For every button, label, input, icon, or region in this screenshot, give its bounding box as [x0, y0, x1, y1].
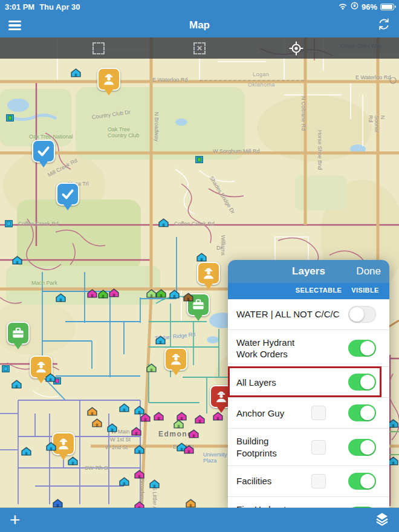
utility-box-marker[interactable] [6, 113, 14, 120]
house-marker[interactable] [155, 336, 166, 345]
layer-row[interactable]: Fire Hydrant Service [228, 497, 389, 508]
layer-label: Anchor Guy [236, 407, 305, 419]
house-marker[interactable] [184, 445, 194, 454]
layer-label: Facilities [236, 475, 305, 487]
briefcase-pin-marker[interactable] [7, 322, 30, 345]
check-pin-marker[interactable] [32, 140, 55, 163]
app-screen: 3:01 PM Thu Apr 30 96% Map [0, 0, 399, 532]
house-marker[interactable] [109, 288, 119, 297]
clock-time: 3:01 PM [5, 2, 34, 11]
house-marker[interactable] [134, 445, 144, 454]
selectable-column-header: SELECTABLE [296, 287, 342, 294]
house-marker[interactable] [149, 479, 160, 488]
house-marker[interactable] [87, 289, 97, 298]
layer-row[interactable]: Building Footprints [228, 429, 389, 465]
visible-toggle[interactable] [348, 340, 376, 357]
house-marker[interactable] [21, 447, 31, 456]
layer-label: Building Footprints [236, 435, 305, 458]
house-marker[interactable] [146, 289, 157, 298]
selectable-checkbox[interactable] [311, 440, 326, 455]
layers-panel-header: Layers Done [228, 260, 389, 283]
layer-row[interactable]: WATER | ALL NOT C/C/C [228, 299, 389, 330]
layer-row[interactable]: Facilities [228, 466, 389, 497]
worker-icon [56, 436, 71, 452]
clock-date: Thu Apr 30 [39, 2, 80, 11]
house-marker[interactable] [87, 407, 97, 416]
house-marker[interactable] [107, 423, 117, 432]
house-marker[interactable] [131, 427, 141, 436]
house-marker[interactable] [92, 418, 102, 427]
layers-panel-column-headers: SELECTABLE VISIBLE [228, 283, 389, 299]
rotation-lock-icon [351, 2, 358, 11]
layer-label: Water Hydrant Work Orders [236, 337, 348, 360]
house-marker[interactable] [174, 420, 184, 429]
utility-box-marker[interactable] [5, 219, 13, 226]
worker-pin-marker[interactable] [97, 68, 120, 91]
visible-toggle[interactable] [348, 473, 376, 490]
selectable-checkbox[interactable] [311, 406, 326, 420]
house-marker[interactable] [146, 363, 157, 372]
selectable-checkbox[interactable] [311, 474, 326, 488]
battery-percent: 96% [362, 2, 377, 11]
utility-box-marker[interactable] [195, 155, 203, 162]
house-marker[interactable] [154, 412, 164, 421]
wifi-icon [338, 2, 348, 11]
house-marker[interactable] [53, 499, 63, 508]
worker-icon [168, 351, 184, 367]
house-marker[interactable] [213, 412, 223, 421]
visible-column-header: VISIBLE [351, 287, 379, 294]
worker-pin-marker[interactable] [164, 348, 187, 371]
worker-icon [201, 265, 216, 281]
layers-panel: Layers Done SELECTABLE VISIBLE WATER | A… [228, 260, 389, 508]
house-marker[interactable] [169, 290, 180, 299]
house-marker[interactable] [134, 501, 144, 508]
house-marker[interactable] [98, 290, 108, 299]
add-icon[interactable]: + [10, 509, 21, 531]
worker-pin-marker[interactable] [197, 262, 220, 285]
done-button[interactable]: Done [356, 265, 381, 277]
house-marker[interactable] [156, 289, 166, 298]
house-marker[interactable] [45, 373, 56, 382]
visible-toggle[interactable] [348, 404, 376, 421]
selection-toolbar: ✕ [0, 37, 399, 59]
house-marker[interactable] [189, 429, 199, 438]
house-marker[interactable] [46, 442, 56, 451]
layer-row[interactable]: Water Hydrant Work Orders [228, 330, 389, 367]
refresh-icon[interactable] [377, 18, 391, 33]
visible-toggle[interactable] [348, 439, 376, 456]
house-marker[interactable] [56, 293, 66, 302]
house-marker[interactable] [134, 470, 144, 479]
battery-icon [380, 4, 394, 10]
house-marker[interactable] [196, 253, 207, 262]
page-title: Map [0, 19, 399, 31]
check-pin-marker[interactable] [56, 183, 79, 206]
layer-row[interactable]: Anchor Guy [228, 398, 389, 429]
menu-icon[interactable] [8, 19, 23, 33]
utility-box-marker[interactable] [2, 364, 10, 371]
house-marker[interactable] [68, 456, 78, 465]
house-marker[interactable] [186, 499, 196, 508]
house-marker[interactable] [195, 415, 205, 424]
house-marker[interactable] [158, 218, 169, 227]
house-marker[interactable] [11, 380, 22, 389]
visible-toggle[interactable] [348, 374, 376, 391]
layers-list: WATER | ALL NOT C/C/CWater Hydrant Work … [228, 299, 389, 508]
visible-toggle[interactable] [348, 306, 376, 323]
house-marker[interactable] [119, 477, 129, 486]
clear-selection-icon[interactable]: ✕ [189, 41, 210, 56]
layers-icon[interactable] [375, 511, 389, 528]
house-marker[interactable] [183, 293, 193, 302]
marquee-select-icon[interactable] [88, 41, 109, 56]
locate-icon[interactable] [286, 41, 307, 56]
house-marker[interactable] [12, 256, 22, 265]
house-marker[interactable] [388, 419, 398, 428]
house-marker[interactable] [140, 413, 151, 422]
briefcase-icon [10, 325, 26, 341]
house-marker[interactable] [71, 68, 81, 77]
check-icon [60, 186, 76, 202]
nav-bar: Map [0, 13, 399, 37]
worker-icon [101, 71, 117, 87]
house-marker[interactable] [388, 456, 398, 465]
house-marker[interactable] [119, 403, 129, 412]
layer-row[interactable]: All Layers [228, 367, 389, 398]
